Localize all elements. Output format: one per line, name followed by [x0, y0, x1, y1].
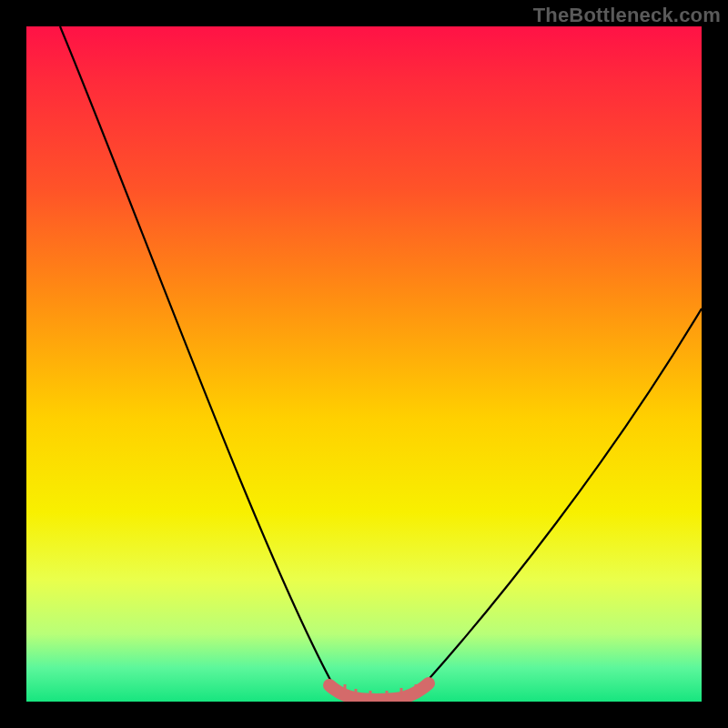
watermark-text: TheBottleneck.com — [533, 4, 721, 27]
plot-area — [26, 26, 702, 702]
curve-layer — [26, 26, 702, 702]
chart-frame: TheBottleneck.com — [0, 0, 728, 728]
bottleneck-curve — [60, 26, 702, 700]
